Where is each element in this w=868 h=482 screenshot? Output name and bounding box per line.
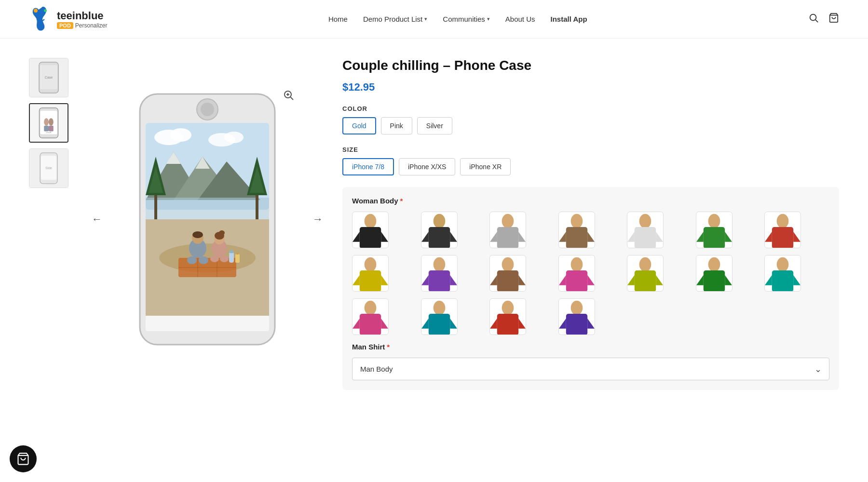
svg-point-91 xyxy=(639,257,651,272)
svg-point-60 xyxy=(219,230,225,235)
man-shirt-select[interactable]: Man Body Option 1 Option 2 xyxy=(352,358,829,380)
woman-body-section-title: Woman Body* xyxy=(352,197,829,205)
svg-rect-96 xyxy=(772,270,793,292)
thumbnail-list: Case couple Side xyxy=(29,48,72,390)
outfit-wb7[interactable] xyxy=(764,212,801,248)
svg-rect-74 xyxy=(497,227,518,248)
thumbnail-3[interactable]: Side xyxy=(29,148,68,188)
product-image-area: ← xyxy=(92,48,323,390)
svg-point-54 xyxy=(192,231,203,238)
outfit-wb11[interactable] xyxy=(558,255,595,292)
outfit-wb8[interactable] xyxy=(352,255,389,292)
logo-personalizer: Personalizer xyxy=(75,22,108,29)
svg-rect-76 xyxy=(566,227,587,248)
svg-point-38 xyxy=(224,132,244,143)
svg-point-73 xyxy=(502,214,514,228)
svg-point-81 xyxy=(777,214,789,228)
search-icon xyxy=(808,13,819,23)
svg-line-22 xyxy=(291,97,294,100)
outfit-wb15[interactable] xyxy=(352,298,389,335)
outfit-row-3 xyxy=(352,298,829,335)
logo-text: teeinblue POD Personalizer xyxy=(57,10,108,29)
logo[interactable]: teeinblue POD Personalizer xyxy=(29,6,108,33)
svg-rect-88 xyxy=(497,270,518,292)
svg-line-3 xyxy=(815,20,818,22)
man-shirt-required: * xyxy=(387,343,390,351)
svg-rect-65 xyxy=(235,254,240,263)
header-icons xyxy=(808,13,839,26)
svg-rect-90 xyxy=(566,270,587,292)
outfit-wb6[interactable] xyxy=(696,212,732,248)
svg-point-75 xyxy=(570,214,583,228)
outfit-wb13[interactable] xyxy=(696,255,732,292)
prev-image-button[interactable]: ← xyxy=(92,213,102,226)
nav-demo-product-list[interactable]: Demo Product List ▾ xyxy=(363,15,427,23)
outfit-wb14[interactable] xyxy=(764,255,801,292)
svg-point-83 xyxy=(365,257,377,272)
next-image-button[interactable]: → xyxy=(312,213,323,226)
thumb-image-3: Side xyxy=(29,149,68,187)
svg-point-61 xyxy=(210,255,219,262)
size-iphonexr-button[interactable]: iPhone XR xyxy=(460,158,511,175)
man-shirt-section-title: Man Shirt* xyxy=(352,343,829,351)
nav-about-us[interactable]: About Us xyxy=(505,15,535,23)
svg-point-77 xyxy=(639,214,651,228)
product-main-image: Love Peace Juice xyxy=(125,84,289,354)
svg-point-55 xyxy=(187,256,197,264)
outfit-wb1[interactable] xyxy=(352,212,389,248)
outfit-wb9[interactable] xyxy=(421,255,458,292)
nav-home[interactable]: Home xyxy=(328,15,348,23)
main-content: Case couple Side xyxy=(0,39,868,400)
outfit-wb12[interactable] xyxy=(627,255,664,292)
svg-point-93 xyxy=(708,257,720,272)
svg-rect-104 xyxy=(566,314,587,335)
thumbnail-2[interactable]: couple xyxy=(29,103,68,143)
cart-button[interactable] xyxy=(828,13,839,26)
svg-rect-84 xyxy=(360,270,381,292)
outfit-wb18[interactable] xyxy=(558,298,595,335)
outfit-wb10[interactable] xyxy=(489,255,526,292)
size-iphonexs-button[interactable]: iPhone X/XS xyxy=(399,158,455,175)
outfit-wb5[interactable] xyxy=(627,212,664,248)
search-button[interactable] xyxy=(808,13,819,26)
outfit-row-1 xyxy=(352,212,829,248)
svg-point-0 xyxy=(34,9,38,13)
communities-chevron-icon: ▾ xyxy=(487,16,490,22)
svg-text:couple: couple xyxy=(46,131,51,134)
svg-rect-68 xyxy=(146,316,269,331)
main-nav: Home Demo Product List ▾ Communities ▾ A… xyxy=(328,15,587,23)
svg-point-13 xyxy=(49,118,54,126)
thumb-image-1: Case xyxy=(29,58,68,97)
outfit-wb3[interactable] xyxy=(489,212,526,248)
svg-point-69 xyxy=(365,214,377,228)
svg-point-95 xyxy=(777,257,789,272)
svg-rect-86 xyxy=(428,270,449,292)
outfit-wb16[interactable] xyxy=(421,298,458,335)
svg-text:Case: Case xyxy=(45,76,53,79)
svg-point-103 xyxy=(570,301,583,315)
thumbnail-1[interactable]: Case xyxy=(29,58,68,97)
outfit-wb17[interactable] xyxy=(489,298,526,335)
svg-rect-64 xyxy=(230,250,233,253)
cart-icon xyxy=(828,13,839,23)
size-iphone78-button[interactable]: iPhone 7/8 xyxy=(342,158,394,175)
color-gold-button[interactable]: Gold xyxy=(342,117,376,134)
nav-install-app[interactable]: Install App xyxy=(551,15,587,23)
svg-point-2 xyxy=(810,14,816,21)
color-silver-button[interactable]: Silver xyxy=(417,117,452,134)
svg-point-62 xyxy=(220,255,229,262)
zoom-icon xyxy=(283,89,294,101)
svg-rect-94 xyxy=(704,270,725,292)
zoom-button[interactable] xyxy=(283,89,294,104)
svg-point-79 xyxy=(708,214,720,228)
svg-rect-70 xyxy=(360,227,381,248)
svg-point-71 xyxy=(433,214,445,228)
nav-communities[interactable]: Communities ▾ xyxy=(443,15,490,23)
thumb-image-2: couple xyxy=(30,104,68,142)
svg-point-89 xyxy=(570,257,583,272)
svg-point-1 xyxy=(44,9,47,12)
color-pink-button[interactable]: Pink xyxy=(381,117,412,134)
outfit-wb4[interactable] xyxy=(558,212,595,248)
outfit-wb2[interactable] xyxy=(421,212,458,248)
required-indicator: * xyxy=(400,197,403,205)
